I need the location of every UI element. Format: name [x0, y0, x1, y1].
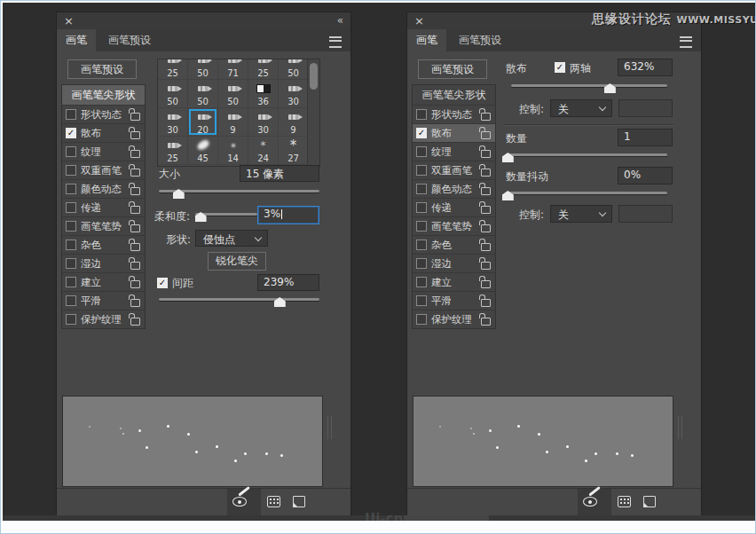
lock-icon[interactable] [481, 262, 491, 270]
option-checkbox[interactable] [416, 258, 427, 269]
scatter-value[interactable]: 632% [618, 59, 673, 76]
size-value[interactable]: 15 像素 [240, 165, 319, 182]
brush-preset-cell[interactable]: 24 [248, 137, 279, 165]
brush-option-row[interactable]: 建立 [413, 273, 495, 292]
option-checkbox[interactable] [66, 277, 76, 287]
brush-option-row[interactable]: 杂色 [62, 236, 145, 255]
brush-preview-toggle[interactable] [227, 489, 261, 515]
brush-preset-cell[interactable]: 50 [279, 59, 309, 80]
lock-icon[interactable] [130, 131, 140, 139]
brush-option-row[interactable]: 双重画笔 [413, 161, 495, 180]
spacing-slider[interactable] [159, 296, 319, 309]
brush-option-row[interactable]: 纹理 [62, 143, 145, 161]
lock-icon[interactable] [481, 113, 491, 121]
panel-resize-gripper[interactable] [327, 416, 332, 439]
brush-option-row[interactable]: 传递 [413, 199, 495, 217]
brush-tip-shape-item[interactable]: 画笔笔尖形状 [62, 85, 145, 106]
grid-scrollbar[interactable] [307, 59, 319, 166]
lock-icon[interactable] [481, 299, 491, 307]
scatter-slider[interactable] [511, 82, 667, 95]
brush-presets-button[interactable]: 画笔预设 [67, 59, 137, 79]
brush-preset-cell[interactable]: 50 [188, 59, 218, 80]
brush-option-row[interactable]: 保护纹理 [413, 310, 495, 328]
brush-preset-cell[interactable]: 25 [158, 59, 188, 80]
close-icon[interactable]: × [64, 13, 74, 28]
softness-input[interactable]: 3% [257, 206, 319, 224]
brush-preset-cell[interactable]: 25 [158, 137, 188, 165]
tab-brush-presets[interactable]: 画笔预设 [99, 29, 160, 51]
option-checkbox[interactable] [66, 295, 76, 306]
lock-icon[interactable] [130, 206, 140, 214]
brush-preset-cell[interactable]: 50 [188, 80, 218, 108]
new-brush-icon[interactable] [643, 496, 656, 507]
softness-slider[interactable] [195, 211, 257, 224]
brush-option-row[interactable]: 建立 [62, 273, 145, 292]
new-brush-icon[interactable] [293, 496, 305, 507]
option-checkbox[interactable] [416, 221, 427, 232]
count-jitter-value[interactable]: 0% [618, 167, 673, 185]
brush-preset-cell[interactable]: 30 [248, 108, 279, 137]
option-checkbox[interactable] [66, 202, 76, 213]
brush-preview-toggle[interactable] [578, 489, 611, 515]
both-axes-checkbox[interactable]: ✓ [555, 62, 565, 73]
brush-option-row[interactable]: 杂色 [413, 236, 495, 255]
brush-preset-cell[interactable]: 50 [218, 80, 248, 108]
option-checkbox[interactable] [416, 165, 427, 176]
tab-brush[interactable]: 画笔 [407, 29, 446, 51]
brush-option-row[interactable]: 颜色动态 [62, 180, 145, 199]
shape-dropdown[interactable]: 侵蚀点 [195, 230, 268, 247]
brush-option-row[interactable]: 传递 [62, 199, 145, 217]
option-checkbox[interactable] [66, 221, 76, 232]
lock-icon[interactable] [130, 299, 140, 307]
brush-preset-cell[interactable]: 14 [218, 137, 248, 165]
lock-icon[interactable] [130, 318, 140, 326]
brush-preset-cell[interactable]: 36 [248, 80, 279, 108]
panel-menu-icon[interactable] [680, 36, 692, 48]
lock-icon[interactable] [130, 150, 140, 158]
brush-option-row[interactable]: 平滑 [62, 292, 145, 310]
count-slider[interactable] [506, 152, 667, 164]
brush-option-row[interactable]: 双重画笔 [62, 161, 145, 180]
option-checkbox[interactable]: ✓ [416, 128, 427, 138]
lock-icon[interactable] [481, 150, 491, 158]
scatter-slider-track[interactable] [511, 84, 667, 87]
lock-icon[interactable] [130, 243, 140, 251]
option-checkbox[interactable] [66, 184, 76, 194]
brush-preset-cell[interactable]: 45 [188, 137, 218, 165]
brush-preset-cell[interactable]: 30 [158, 108, 188, 137]
brush-preset-cell[interactable]: 9 [279, 108, 309, 137]
lock-icon[interactable] [130, 280, 140, 288]
lock-icon[interactable] [481, 243, 491, 251]
brush-option-row[interactable]: 保护纹理 [62, 310, 145, 328]
count-value[interactable]: 1 [618, 129, 673, 146]
count-jitter-slider[interactable] [506, 190, 667, 202]
option-checkbox[interactable] [416, 146, 427, 157]
count-jitter-slider-track[interactable] [506, 192, 667, 194]
brush-option-row[interactable]: 形状动态 [413, 106, 495, 124]
lock-icon[interactable] [130, 224, 140, 232]
brush-option-row[interactable]: 湿边 [62, 255, 145, 273]
option-checkbox[interactable] [66, 165, 76, 176]
option-checkbox[interactable] [416, 240, 427, 250]
tab-brush[interactable]: 画笔 [57, 29, 96, 51]
option-checkbox[interactable] [416, 277, 427, 287]
brush-preset-cell[interactable]: 25 [248, 59, 279, 80]
lock-icon[interactable] [481, 206, 491, 214]
brush-option-row[interactable]: 形状动态 [62, 106, 145, 124]
brush-option-row[interactable]: 湿边 [413, 255, 495, 273]
spacing-slider-track[interactable] [159, 298, 319, 301]
option-checkbox[interactable]: ✓ [66, 128, 76, 138]
option-checkbox[interactable] [416, 202, 427, 213]
brush-option-row[interactable]: 画笔笔势 [413, 217, 495, 236]
brush-option-row[interactable]: 纹理 [413, 143, 495, 161]
brush-option-row[interactable]: 颜色动态 [413, 180, 495, 199]
count-slider-track[interactable] [506, 153, 667, 156]
option-checkbox[interactable] [66, 146, 76, 157]
control-dropdown[interactable]: 关 [550, 99, 612, 117]
option-checkbox[interactable] [416, 109, 427, 120]
panel-resize-gripper[interactable] [678, 416, 682, 439]
preset-manager-icon[interactable] [618, 496, 631, 507]
option-checkbox[interactable] [66, 240, 76, 250]
option-checkbox[interactable] [66, 109, 76, 120]
brush-preset-cell[interactable]: 30 [279, 80, 309, 108]
